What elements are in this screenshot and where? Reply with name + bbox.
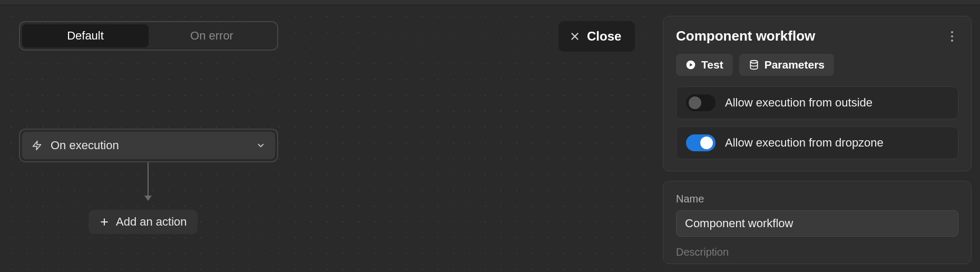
tab-on-error-label: On error (190, 29, 233, 43)
action-chips: Test Parameters (676, 54, 958, 76)
lightning-icon (32, 139, 42, 152)
toggle-allow-dropzone[interactable] (686, 134, 716, 151)
toggle-row-outside: Allow execution from outside (676, 86, 958, 119)
card-header: Component workflow (676, 28, 958, 44)
trigger-label: On execution (51, 139, 119, 152)
parameters-button[interactable]: Parameters (739, 54, 834, 76)
workflow-header-card: Component workflow Test (663, 16, 972, 171)
plus-icon (99, 217, 110, 227)
close-label: Close (587, 29, 621, 44)
parameters-label: Parameters (765, 59, 825, 71)
add-action-label: Add an action (116, 215, 187, 229)
toggle-allow-outside[interactable] (686, 94, 716, 111)
connector-line (148, 162, 149, 200)
chevron-down-icon[interactable] (256, 141, 266, 150)
test-button[interactable]: Test (676, 54, 733, 76)
trigger-node[interactable]: On execution (19, 129, 278, 162)
name-field-label: Name (676, 193, 958, 205)
add-action-button[interactable]: Add an action (89, 210, 198, 234)
app-topbar (0, 0, 980, 5)
workflow-canvas[interactable]: Default On error On execution (0, 5, 656, 272)
database-icon (749, 60, 759, 70)
toggle-dropzone-label: Allow execution from dropzone (725, 136, 884, 150)
toggle-outside-label: Allow execution from outside (725, 96, 873, 110)
more-menu-icon[interactable] (946, 30, 958, 43)
svg-marker-0 (33, 141, 41, 150)
close-button[interactable]: Close (558, 21, 635, 52)
workflow-tab-switcher: Default On error (19, 21, 278, 51)
close-icon (569, 31, 581, 42)
name-input[interactable] (676, 210, 958, 237)
toggle-row-dropzone: Allow execution from dropzone (676, 127, 958, 159)
properties-panel: Component workflow Test (663, 16, 972, 264)
svg-point-7 (750, 61, 757, 63)
test-label: Test (701, 59, 723, 71)
play-circle-icon (685, 60, 696, 70)
tab-default[interactable]: Default (22, 24, 149, 47)
tab-default-label: Default (67, 29, 104, 43)
description-field-label: Description (676, 246, 958, 258)
trigger-inner: On execution (22, 132, 275, 159)
name-card: Name Description (663, 181, 972, 264)
panel-title: Component workflow (676, 28, 815, 44)
tab-on-error[interactable]: On error (149, 24, 275, 47)
